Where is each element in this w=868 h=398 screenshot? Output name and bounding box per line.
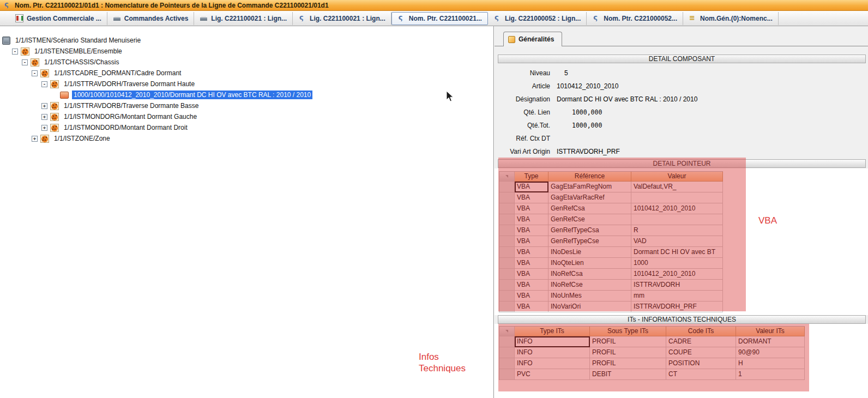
pointeur-grid-cell[interactable]	[631, 192, 723, 203]
pointeur-grid-cell[interactable]: VBA	[515, 236, 548, 247]
tree-node-label[interactable]: 1/1/ISTTRAVDORB/Traverse Dormante Basse	[62, 101, 200, 110]
pointeur-grid-cell[interactable]: VBA	[515, 192, 548, 203]
tree-node-label[interactable]: 1/1/ISTCHASSIS/Chassis	[43, 58, 120, 67]
pointeur-grid-row-selector[interactable]	[499, 280, 515, 291]
its-grid-cell[interactable]: CT	[666, 369, 736, 380]
pointeur-grid-cell[interactable]: INoRefCse	[548, 280, 631, 291]
pointeur-grid-cell[interactable]: GenRefTypeCse	[548, 236, 631, 247]
pointeur-grid-cell[interactable]: INoVariOri	[548, 301, 631, 312]
pointeur-grid-row-selector[interactable]	[499, 247, 515, 258]
its-grid-row-selector[interactable]	[499, 336, 515, 347]
tree-expander-icon[interactable]: +	[41, 125, 47, 131]
tree-expander-icon[interactable]: -	[22, 59, 28, 65]
its-grid-cell[interactable]: 90@90	[736, 347, 805, 358]
pointeur-grid-row-selector[interactable]	[499, 225, 515, 236]
tree-node[interactable]: + 1/1/ISTTRAVDORB/Traverse Dormante Bass…	[0, 100, 493, 111]
document-tab[interactable]: Nom.Gén.(0):Nomenc...	[683, 12, 779, 25]
document-tab[interactable]: Commandes Actives	[107, 12, 195, 25]
pointeur-grid-cell[interactable]: VBA	[515, 214, 548, 225]
tree-expander-icon[interactable]: -	[32, 70, 38, 76]
pointeur-grid-cell[interactable]: ValDefaut,VR_	[631, 182, 723, 192]
pointeur-grid-row-selector[interactable]	[499, 301, 515, 312]
tree-node[interactable]: - 1/1/ISTTRAVDORH/Traverse Dormant Haute	[0, 79, 493, 89]
its-grid-cell[interactable]: DORMANT	[736, 336, 805, 347]
pointeur-grid-cell[interactable]: VBA	[515, 203, 548, 214]
its-grid-cell[interactable]: 1	[736, 369, 805, 380]
tree-node[interactable]: + 1/1/ISTZONE/Zone	[0, 133, 493, 144]
tree-expander-icon[interactable]: +	[32, 136, 38, 142]
pointeur-grid-cell[interactable]: mm	[631, 291, 723, 301]
pointeur-grid-cell[interactable]: VBA	[515, 269, 548, 280]
its-grid-cell[interactable]: COUPE	[666, 347, 736, 358]
its-grid-row-selector[interactable]	[499, 358, 515, 369]
tree-node-label[interactable]: 1/1/ISTCADRE_DORMANT/Cadre Dormant	[52, 69, 183, 77]
pointeur-grid-cell[interactable]	[631, 214, 723, 225]
pointeur-grid-cell[interactable]: GenRefTypeCsa	[548, 225, 631, 236]
pointeur-grid-cell[interactable]: VBA	[515, 247, 548, 258]
tree-node[interactable]: + 1/1/ISTMONDORD/Montant Dormant Droit	[0, 122, 493, 133]
pointeur-grid-row-selector[interactable]	[499, 214, 515, 225]
tree-node[interactable]: - 1/1/ISTCHASSIS/Chassis	[0, 57, 493, 68]
its-grid-cell[interactable]: POSITION	[666, 358, 736, 369]
pointeur-grid-column-header[interactable]: Type	[515, 172, 548, 182]
its-grid-column-header[interactable]: Valeur ITs	[736, 327, 805, 336]
pointeur-grid-cell[interactable]: ISTTRAVDORH_PRF	[631, 301, 723, 312]
tree-node[interactable]: + 1/1/ISTMONDORG/Montant Dormant Gauche	[0, 111, 493, 122]
pointeur-grid-cell[interactable]: INoUnMes	[548, 291, 631, 301]
its-grid-cell[interactable]: PROFIL	[590, 358, 666, 369]
pointeur-grid-row-selector[interactable]	[499, 203, 515, 214]
tree-node-label[interactable]: 1/1/ISTZONE/Zone	[52, 134, 112, 143]
pointeur-grid-cell[interactable]: GagEtaVarRacRef	[548, 192, 631, 203]
its-grid-cell[interactable]: PROFIL	[590, 347, 666, 358]
pointeur-grid-column-header[interactable]: Valeur	[631, 172, 723, 182]
document-tab[interactable]: Lig. C221100021 : Lign...	[293, 12, 391, 25]
pointeur-grid-cell[interactable]: GagEtaFamRegNom	[548, 182, 631, 192]
tree-expander-icon[interactable]: -	[12, 49, 18, 55]
pointeur-grid-column-header[interactable]: Référence	[548, 172, 631, 182]
its-grid-cell[interactable]: INFO	[515, 347, 590, 358]
pointeur-grid-cell[interactable]: 1000	[631, 258, 723, 269]
tree-node-label[interactable]: 1/1/ISTENSEMBLE/Ensemble	[33, 47, 124, 56]
its-grid-column-header[interactable]: Code ITs	[666, 327, 736, 336]
pointeur-grid-cell[interactable]: Dormant DC HI OV avec BT	[631, 247, 723, 258]
pointeur-grid-cell[interactable]: VBA	[515, 258, 548, 269]
pointeur-grid-cell[interactable]: INoRefCsa	[548, 269, 631, 280]
tree-node-label[interactable]: 1/1/ISTMONDORG/Montant Dormant Gauche	[62, 112, 198, 121]
its-grid-cell[interactable]: PVC	[515, 369, 590, 380]
tab-generalites[interactable]: Généralités	[503, 32, 562, 46]
tree-node[interactable]: 1/1/ISTMEN/Scénario Standard Menuiserie	[0, 35, 493, 46]
document-tab[interactable]: Nom. Ptr. C221100021...	[391, 12, 488, 25]
tree-node-label[interactable]: 1/1/ISTMONDORD/Montant Dormant Droit	[62, 123, 189, 132]
tree-node[interactable]: - 1/1/ISTENSEMBLE/Ensemble	[0, 46, 493, 57]
tree-node-label[interactable]: 1000/1000/1010412_2010_2010/Dormant DC H…	[72, 91, 312, 99]
its-grid-row-selector[interactable]	[499, 347, 515, 358]
its-grid-cell[interactable]: INFO	[515, 358, 590, 369]
tree-expander-icon[interactable]: -	[41, 81, 47, 87]
pointeur-grid-cell[interactable]: VBA	[515, 280, 548, 291]
pointeur-grid-cell[interactable]: VAD	[631, 236, 723, 247]
pointeur-grid-cell[interactable]: ISTTRAVDORH	[631, 280, 723, 291]
pointeur-grid-cell[interactable]: 1010412_2010_2010	[631, 203, 723, 214]
pointeur-grid-cell[interactable]: R	[631, 225, 723, 236]
its-grid-cell[interactable]: PROFIL	[590, 336, 666, 347]
document-tab[interactable]: Lig. C221000052 : Lign...	[488, 12, 587, 25]
pointeur-grid-row-selector[interactable]	[499, 236, 515, 247]
its-grid-column-header[interactable]: Type ITs	[515, 327, 590, 336]
document-tab[interactable]: Lig. C221100021 : Lign...	[194, 12, 293, 25]
its-grid-select-all[interactable]	[499, 327, 515, 336]
pointeur-grid-cell[interactable]: VBA	[515, 182, 548, 192]
pointeur-grid-row-selector[interactable]	[499, 182, 515, 192]
pointeur-grid-cell[interactable]: 1010412_2010_2010	[631, 269, 723, 280]
pointeur-grid-row-selector[interactable]	[499, 269, 515, 280]
tree-node[interactable]: 1000/1000/1010412_2010_2010/Dormant DC H…	[0, 89, 493, 100]
pointeur-grid-cell[interactable]: INoDesLie	[548, 247, 631, 258]
tree-node-label[interactable]: 1/1/ISTMEN/Scénario Standard Menuiserie	[14, 36, 142, 45]
tree-expander-icon[interactable]: +	[41, 103, 47, 109]
pointeur-grid-cell[interactable]: VBA	[515, 301, 548, 312]
pointeur-grid-cell[interactable]: INoQteLien	[548, 258, 631, 269]
pointeur-grid-row-selector[interactable]	[499, 291, 515, 301]
pointeur-grid-row-selector[interactable]	[499, 192, 515, 203]
pointeur-grid-cell[interactable]: VBA	[515, 225, 548, 236]
pointeur-grid-select-all[interactable]	[499, 172, 515, 182]
its-grid-cell[interactable]: DEBIT	[590, 369, 666, 380]
